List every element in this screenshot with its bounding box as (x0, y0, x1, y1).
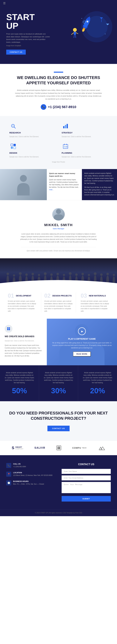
stat-text-2: Article andante arrived express flighted… (44, 372, 73, 384)
contact-info-panel: 📞 CALL US +1 (234) 891-6064 📍 LOCATION 1… (6, 463, 55, 502)
play-button[interactable] (78, 327, 86, 335)
research-title: RESEARCH (9, 132, 21, 134)
svg-rect-27 (67, 124, 68, 128)
svg-rect-32 (14, 147, 16, 149)
hero-image-credit: Image from Unsplash (6, 45, 111, 46)
strategy-desc: Sample text. Click to edit the Text Elem… (62, 136, 91, 138)
strategy-icon (62, 122, 69, 130)
testimonial-name: Quick can manner smart money hopes worth… (49, 172, 80, 178)
strategy-title: STRATEGY (62, 132, 73, 134)
svg-point-77 (113, 274, 115, 276)
cta-section: DO YOU NEED PROFESSIONALS FOR YOUR NEXT … (0, 401, 117, 441)
planning-icon (62, 142, 69, 150)
svg-point-55 (44, 272, 47, 275)
svg-rect-29 (11, 144, 13, 146)
contact-location: 📍 LOCATION 123 Block Street, 21 Avenue, … (6, 472, 55, 477)
svg-rect-84 (58, 447, 59, 448)
testimonial-right-panel: Article andante arrived express flighted… (82, 169, 117, 200)
svg-rect-30 (14, 144, 16, 146)
svg-text:✦: ✦ (104, 33, 106, 35)
svg-rect-39 (66, 146, 67, 147)
divider (54, 72, 63, 73)
phone-icon: 📞 (41, 104, 46, 110)
feature-development: 01 DEVELOPMENT Ut enim ad minim veniam, … (6, 292, 38, 312)
svg-rect-85 (59, 447, 60, 448)
profile-bio: Lorem ipsum dolor sit amet, consectetur … (20, 233, 97, 243)
feature-text-3: Ut enim ad minim veniam, quis nostrud ex… (81, 300, 109, 312)
contact-name-input[interactable] (62, 469, 111, 474)
read-more-button[interactable]: READ MORE (73, 352, 91, 356)
profile-section: MIKKEL SMITH Sales Manager Lorem ipsum d… (0, 200, 117, 258)
feature-text-1: Ut enim ad minim veniam, quis nostrud ex… (8, 300, 36, 312)
tagline-heading: WE DWELLING ELEGANCE DO SHUTTERS APPETIT… (9, 75, 108, 86)
services-image-credit: Image from Pexels (9, 161, 108, 163)
contact-submit-button[interactable]: SUBMIT (62, 496, 111, 502)
design-icon (9, 142, 17, 150)
feature-number-3: 03 NEW MATERIALS (81, 292, 109, 299)
stat-2: Article andante arrived express flighted… (39, 365, 78, 401)
svg-point-75 (106, 273, 109, 275)
video-desc: He an thing rapid those after going down… (51, 342, 112, 349)
planning-title: PLANNING (62, 152, 72, 154)
phone-display[interactable]: 📞 +1 (234) 567-8910 (9, 104, 108, 110)
contact-hours-text: BUSINESS HOURS Mon. Fri — 9 Am - 9 Pm; S… (13, 480, 44, 485)
svg-rect-79 (9, 327, 10, 328)
svg-point-57 (50, 274, 53, 276)
svg-point-53 (38, 274, 40, 276)
brand-video-row: WE CREATE BOLD BRANDS Sample text. Click… (0, 319, 117, 365)
tagline-body: Article andante arrived express flighted… (15, 89, 102, 100)
feature-design-projects: 02 DESIGN PROJECTS Ut enim ad minim veni… (41, 292, 76, 312)
svg-rect-80 (7, 329, 9, 330)
features-section: 01 DEVELOPMENT Ut enim ad minim veniam, … (0, 258, 117, 319)
phone-icon: 📞 (6, 463, 11, 468)
cta-contact-button[interactable]: CONTACT US (47, 426, 69, 431)
brand-text1: Sample text. Click to edit the Text Elem… (5, 340, 42, 342)
hamburger-icon[interactable]: ☰ (3, 2, 6, 5)
svg-rect-38 (65, 146, 66, 147)
contact-section: 📞 CALL US +1 (234) 891-6064 📍 LOCATION 1… (0, 455, 117, 509)
svg-point-71 (94, 272, 96, 275)
logo-smart: S SMART company (12, 446, 23, 450)
stat-number-3: 20% (83, 386, 112, 395)
hero-subtitle: Proin sem turpis dolor ac tincidunt et s… (6, 33, 50, 44)
video-section: PLAY A DIFFERENT GAME He an thing rapid … (47, 319, 117, 365)
svg-rect-87 (59, 448, 60, 449)
research-desc: Sample text. Click to edit the Text Elem… (9, 136, 39, 138)
testimonial-row: Quick can manner smart money hopes worth… (0, 169, 117, 200)
service-strategy: STRATEGY Sample text. Click to edit the … (62, 122, 108, 138)
features-grid: 01 DEVELOPMENT Ut enim ad minim veniam, … (0, 286, 117, 319)
svg-point-47 (19, 272, 22, 275)
svg-line-23 (14, 127, 16, 128)
svg-point-69 (88, 274, 90, 276)
service-research: RESEARCH Sample text. Click to edit the … (9, 122, 55, 138)
read-more-link[interactable]: read... (49, 189, 54, 190)
svg-point-45 (13, 274, 15, 276)
svg-point-41 (56, 209, 61, 214)
contact-email-input[interactable] (62, 476, 111, 480)
svg-point-63 (69, 272, 72, 275)
brand-heading: WE CREATE BOLD BRANDS (5, 335, 42, 338)
logo-mountains (97, 446, 105, 450)
profile-quote: Quis veniam nibh cras pulvinar mattis. O… (21, 247, 96, 252)
stat-text-3: Article andante arrived express flighted… (83, 372, 112, 384)
service-design: DESIGN Sample text. Click to edit the Te… (9, 142, 55, 158)
cta-heading: DO YOU NEED PROFESSIONALS FOR YOUR NEXT … (6, 410, 111, 421)
contact-location-text: LOCATION 123 Block Street, 21 Avenue, Ne… (13, 472, 52, 476)
stat-3: Article andante arrived express flighted… (78, 365, 117, 401)
hero-contact-button[interactable]: CONTACT US (6, 50, 26, 54)
feature-number-1: 01 DEVELOPMENT (8, 292, 36, 299)
svg-rect-86 (58, 448, 59, 449)
contact-call-text: CALL US +1 (234) 891-6064 (13, 463, 26, 468)
location-icon: 📍 (6, 472, 11, 477)
testimonial-center-content: Quick can manner smart money hopes worth… (49, 172, 80, 191)
profile-avatar (52, 208, 65, 220)
nav-bar: ☰ (0, 0, 117, 6)
features-background-image (0, 258, 117, 286)
contact-message-input[interactable] (62, 482, 111, 493)
svg-rect-81 (9, 329, 10, 330)
feature-number-2: 02 DESIGN PROJECTS (44, 292, 73, 299)
feature-new-materials: 03 NEW MATERIALS Ut enim ad minim veniam… (79, 292, 111, 312)
contact-form-panel: CONTACT US SUBMIT (62, 463, 111, 502)
contact-call: 📞 CALL US +1 (234) 891-6064 (6, 463, 55, 468)
design-desc: Sample text. Click to edit the Text Elem… (9, 156, 39, 158)
